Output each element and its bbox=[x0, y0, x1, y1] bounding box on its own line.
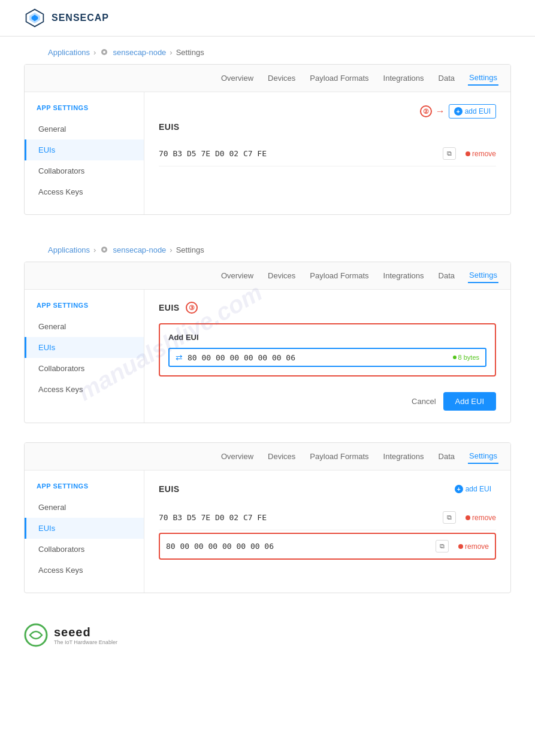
sidebar-2: APP SETTINGS General EUIs Collaborators … bbox=[25, 290, 144, 423]
add-eui-label-3: add EUI bbox=[466, 485, 491, 493]
content-area-2: EUIS ③ Add EUI ⇄ 8 bytes Cancel bbox=[144, 290, 510, 423]
seeed-logo-icon bbox=[24, 623, 48, 647]
seeed-brand-name: seeed bbox=[54, 626, 117, 639]
breadcrumb-applications-1[interactable]: Applications bbox=[48, 48, 90, 57]
eui-input[interactable] bbox=[188, 353, 453, 362]
remove-dot-1 bbox=[466, 151, 470, 156]
tab-devices-3[interactable]: Devices bbox=[267, 450, 297, 463]
panel-body-2: APP SETTINGS General EUIs Collaborators … bbox=[25, 290, 510, 423]
tab-settings-1[interactable]: Settings bbox=[468, 71, 498, 86]
breadcrumb-1: Applications › sensecap-node › Settings bbox=[24, 42, 511, 62]
add-eui-form: Add EUI ⇄ 8 bytes bbox=[159, 323, 496, 377]
add-eui-submit-button[interactable]: Add EUI bbox=[443, 392, 496, 411]
tab-payload-1[interactable]: Payload Formats bbox=[309, 71, 370, 85]
bytes-dot bbox=[453, 356, 457, 359]
tab-data-2[interactable]: Data bbox=[437, 269, 456, 283]
tab-data-3[interactable]: Data bbox=[437, 450, 456, 463]
breadcrumb-sep-4: › bbox=[170, 245, 172, 254]
breadcrumb-sep-1: › bbox=[93, 48, 96, 57]
remove-button-1[interactable]: remove bbox=[466, 150, 496, 158]
tab-payload-3[interactable]: Payload Formats bbox=[309, 450, 370, 463]
content-area-1: ② → + add EUI EUIS 70 B3 D5 7E D0 02 C7 … bbox=[144, 92, 510, 214]
tab-overview-3[interactable]: Overview bbox=[220, 450, 255, 463]
tab-data-1[interactable]: Data bbox=[437, 71, 456, 85]
node-icon-2 bbox=[99, 245, 109, 254]
euis-header-3: EUIS + add EUI bbox=[159, 482, 496, 496]
sidebar-item-general-3[interactable]: General bbox=[25, 497, 144, 518]
euis-header-1: EUIS bbox=[159, 122, 496, 132]
sidebar-3: APP SETTINGS General EUIs Collaborators … bbox=[25, 470, 144, 593]
svg-point-4 bbox=[103, 51, 105, 53]
eui-input-row: ⇄ 8 bytes bbox=[168, 348, 486, 367]
remove-dot-3-2 bbox=[458, 544, 463, 549]
seeed-subtitle: The IoT Hardware Enabler bbox=[54, 639, 117, 645]
node-icon-1 bbox=[99, 47, 109, 57]
sidebar-title-1: APP SETTINGS bbox=[25, 104, 144, 119]
sensecap-logo-icon bbox=[24, 7, 46, 29]
sidebar-item-collaborators-2[interactable]: Collaborators bbox=[25, 358, 144, 379]
remove-dot-3-1 bbox=[466, 515, 470, 520]
sidebar-item-collaborators-3[interactable]: Collaborators bbox=[25, 539, 144, 560]
sidebar-item-access-keys-3[interactable]: Access Keys bbox=[25, 560, 144, 581]
remove-button-3-2[interactable]: remove bbox=[458, 542, 489, 551]
copy-button-3-2[interactable]: ⧉ bbox=[436, 540, 449, 552]
tab-bar-1: Overview Devices Payload Formats Integra… bbox=[25, 65, 510, 92]
arrow-right-1: → bbox=[436, 106, 445, 117]
content-area-3: EUIS + add EUI 70 B3 D5 7E D0 02 C7 FE ⧉… bbox=[144, 470, 510, 593]
sidebar-item-euis-3[interactable]: EUIs bbox=[25, 518, 144, 539]
breadcrumb-2: Applications › sensecap-node › Settings bbox=[24, 240, 511, 259]
tab-payload-2[interactable]: Payload Formats bbox=[309, 269, 370, 283]
panel-1: Overview Devices Payload Formats Integra… bbox=[24, 64, 511, 215]
tab-integrations-3[interactable]: Integrations bbox=[382, 450, 425, 463]
panel-3: Overview Devices Payload Formats Integra… bbox=[24, 442, 511, 593]
tab-devices-1[interactable]: Devices bbox=[267, 71, 297, 85]
bytes-text: 8 bytes bbox=[458, 354, 479, 361]
eui-row-1: 70 B3 D5 7E D0 02 C7 FE ⧉ remove bbox=[159, 141, 496, 166]
copy-button-1[interactable]: ⧉ bbox=[443, 147, 456, 160]
sidebar-item-collaborators-1[interactable]: Collaborators bbox=[25, 160, 144, 181]
footer: seeed The IoT Hardware Enabler bbox=[0, 611, 535, 659]
eui-value-3-1: 70 B3 D5 7E D0 02 C7 FE bbox=[159, 513, 443, 522]
breadcrumb-settings-1: Settings bbox=[176, 48, 204, 57]
sidebar-item-access-keys-2[interactable]: Access Keys bbox=[25, 379, 144, 400]
sidebar-1: APP SETTINGS General EUIs Collaborators … bbox=[25, 92, 144, 214]
sidebar-item-general-1[interactable]: General bbox=[25, 119, 144, 139]
tab-settings-2[interactable]: Settings bbox=[468, 268, 498, 283]
breadcrumb-node-1[interactable]: sensecap-node bbox=[113, 48, 166, 57]
eui-value-3-2: 80 00 00 00 00 00 00 06 bbox=[166, 542, 436, 551]
copy-button-3-1[interactable]: ⧉ bbox=[443, 511, 456, 524]
bytes-label: 8 bytes bbox=[453, 354, 479, 361]
panel-body-3: APP SETTINGS General EUIs Collaborators … bbox=[25, 470, 510, 593]
add-eui-label-1: add EUI bbox=[465, 107, 491, 116]
add-eui-button-3[interactable]: + add EUI bbox=[450, 482, 496, 496]
tab-devices-2[interactable]: Devices bbox=[267, 269, 297, 283]
cancel-button[interactable]: Cancel bbox=[412, 397, 436, 406]
breadcrumb-settings-2: Settings bbox=[176, 245, 204, 254]
logo: SENSECAP bbox=[24, 7, 109, 29]
logo-text: SENSECAP bbox=[52, 13, 109, 23]
tab-overview-1[interactable]: Overview bbox=[220, 71, 255, 85]
breadcrumb-node-2[interactable]: sensecap-node bbox=[113, 245, 166, 254]
annotation-num-1: ② bbox=[420, 105, 432, 117]
seeed-brand: seeed The IoT Hardware Enabler bbox=[54, 626, 117, 645]
add-eui-button-1[interactable]: + add EUI bbox=[449, 104, 496, 119]
breadcrumb-applications-2[interactable]: Applications bbox=[48, 245, 90, 254]
euis-title-3: EUIS bbox=[159, 484, 180, 494]
sidebar-item-general-2[interactable]: General bbox=[25, 316, 144, 337]
remove-label-3-2: remove bbox=[465, 542, 489, 551]
annotation-row-1: ② → + add EUI bbox=[159, 104, 496, 119]
sidebar-item-access-keys-1[interactable]: Access Keys bbox=[25, 181, 144, 202]
add-eui-form-title: Add EUI bbox=[168, 333, 486, 342]
sidebar-item-euis-1[interactable]: EUIs bbox=[25, 139, 144, 160]
tab-settings-3[interactable]: Settings bbox=[468, 449, 498, 464]
form-footer: Cancel Add EUI bbox=[159, 386, 496, 411]
euis-title-2: EUIS bbox=[159, 303, 180, 312]
sidebar-item-euis-2[interactable]: EUIs bbox=[25, 337, 144, 358]
eui-input-icon: ⇄ bbox=[176, 353, 183, 362]
plus-icon-3: + bbox=[455, 485, 463, 493]
tab-integrations-2[interactable]: Integrations bbox=[382, 269, 425, 283]
remove-button-3-1[interactable]: remove bbox=[466, 514, 496, 522]
tab-integrations-1[interactable]: Integrations bbox=[382, 71, 425, 85]
header: SENSECAP bbox=[0, 0, 535, 37]
tab-overview-2[interactable]: Overview bbox=[220, 269, 255, 283]
